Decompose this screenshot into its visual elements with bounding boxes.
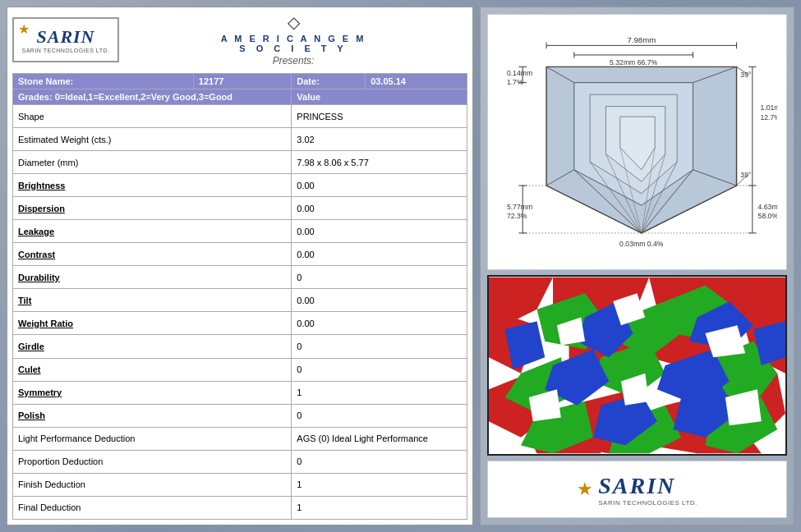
row-value: 0.00 [292, 174, 467, 197]
svg-text:39°: 39° [740, 171, 751, 179]
table-row: Diameter (mm)7.98 x 8.06 x 5.77 [13, 151, 467, 174]
table-row: Dispersion0.00 [13, 197, 467, 220]
sarin-sub-left: SARIN TECHNOLOGIES LTD. [22, 48, 110, 53]
svg-text:5.32mm 66.7%: 5.32mm 66.7% [610, 58, 658, 66]
row-label: Weight Ratio [13, 312, 292, 335]
color-pattern [487, 275, 787, 456]
row-label: Symmetry [13, 381, 292, 404]
row-value: 0.00 [292, 289, 467, 312]
svg-text:0.14mm: 0.14mm [506, 69, 532, 77]
sarin-logo-left: ★ SARIN SARIN TECHNOLOGIES LTD. [12, 17, 119, 62]
grades-header: Grades: 0=Ideal,1=Excellent,2=Very Good,… [13, 89, 292, 105]
row-value: AGS (0) Ideal Light Performance [292, 427, 467, 450]
row-label: Dispersion [13, 197, 292, 220]
table-row: Durability0 [13, 266, 467, 289]
table-row: Leakage0.00 [13, 220, 467, 243]
row-label: Girdle [13, 335, 292, 358]
sarin-logo-right: ★ SARIN SARIN TECHNOLOGIES LTD. [577, 473, 697, 507]
table-row: Culet0 [13, 358, 467, 381]
presents-text: Presents: [119, 55, 467, 66]
svg-text:12.7%: 12.7% [760, 113, 777, 122]
table-row: Light Performance DeductionAGS (0) Ideal… [13, 427, 467, 450]
svg-text:4.63mm: 4.63mm [757, 203, 776, 211]
row-value: 0 [292, 335, 467, 358]
table-row: Final Deduction1 [13, 496, 467, 519]
svg-text:0.03mm 0.4%: 0.03mm 0.4% [619, 240, 664, 248]
table-row: ShapePRINCESS [13, 105, 467, 128]
row-label: Proportion Deduction [13, 450, 292, 473]
table-row: Weight Ratio0.00 [13, 312, 467, 335]
table-row: Finish Deduction1 [13, 473, 467, 496]
pattern-svg [489, 277, 785, 454]
table-row: Symmetry1 [13, 381, 467, 404]
sarin-text-right: SARIN [598, 473, 697, 499]
diamond-icon: ◇ [119, 12, 467, 32]
svg-text:7.98mm: 7.98mm [627, 35, 656, 44]
sarin-text-left: SARIN [36, 26, 94, 48]
grades-header-row: Grades: 0=Ideal,1=Excellent,2=Very Good,… [13, 89, 467, 105]
svg-text:5.77mm: 5.77mm [506, 203, 532, 211]
data-table: Stone Name: 12177 Date: 03.05.14 Grades:… [12, 73, 467, 520]
value-header: Value [292, 89, 467, 105]
stone-name-row: Stone Name: 12177 Date: 03.05.14 [13, 74, 467, 89]
diamond-diagram: 7.98mm 5.32mm 66.7% [487, 14, 787, 270]
date-value: 03.05.14 [366, 74, 467, 89]
row-label: Contrast [13, 243, 292, 266]
row-value: 0 [292, 358, 467, 381]
table-row: Estimated Weight (cts.)3.02 [13, 128, 467, 151]
stone-name-label: Stone Name: [13, 74, 194, 89]
row-label: Final Deduction [13, 496, 292, 519]
row-value: 0 [292, 266, 467, 289]
row-value: 0.00 [292, 312, 467, 335]
right-panel: 7.98mm 5.32mm 66.7% [480, 7, 794, 525]
svg-text:72.3%: 72.3% [506, 212, 527, 220]
row-label: Estimated Weight (cts.) [13, 128, 292, 151]
row-value: 1 [292, 381, 467, 404]
table-row: Proportion Deduction0 [13, 450, 467, 473]
table-row: Brightness0.00 [13, 174, 467, 197]
stone-name-value: 12177 [193, 74, 291, 89]
row-value: 0 [292, 450, 467, 473]
row-label: Shape [13, 105, 292, 128]
header-area: ★ SARIN SARIN TECHNOLOGIES LTD. ◇ A M E … [12, 12, 467, 70]
row-label: Light Performance Deduction [13, 427, 292, 450]
row-value: 7.98 x 8.06 x 5.77 [292, 151, 467, 174]
svg-text:1.7%: 1.7% [506, 78, 522, 86]
table-row: Girdle0 [13, 335, 467, 358]
row-value: 0.00 [292, 197, 467, 220]
row-label: Diameter (mm) [13, 151, 292, 174]
table-row: Contrast0.00 [13, 243, 467, 266]
row-label: Brightness [13, 174, 292, 197]
row-value: 3.02 [292, 128, 467, 151]
bottom-logo: ★ SARIN SARIN TECHNOLOGIES LTD. [487, 461, 787, 518]
table-row: Polish0 [13, 404, 467, 427]
svg-text:39°: 39° [740, 71, 751, 79]
row-label: Leakage [13, 220, 292, 243]
star-icon: ★ [18, 21, 30, 37]
diagram-svg: 7.98mm 5.32mm 66.7% [498, 31, 777, 253]
left-panel: ★ SARIN SARIN TECHNOLOGIES LTD. ◇ A M E … [7, 7, 473, 525]
row-value: PRINCESS [292, 105, 467, 128]
ags-header: ◇ A M E R I C A N G E M S O C I E T Y Pr… [119, 12, 467, 66]
sarin-sub-right: SARIN TECHNOLOGIES LTD. [598, 499, 697, 507]
star-icon-right: ★ [577, 479, 593, 500]
ags-line2: S O C I E T Y [119, 44, 467, 53]
table-row: Tilt0.00 [13, 289, 467, 312]
row-label: Tilt [13, 289, 292, 312]
svg-text:58.0%: 58.0% [757, 212, 776, 220]
svg-text:1.01mm: 1.01mm [760, 103, 777, 112]
row-label: Polish [13, 404, 292, 427]
table-body: ShapePRINCESSEstimated Weight (cts.)3.02… [13, 105, 467, 520]
row-value: 1 [292, 496, 467, 519]
row-value: 0.00 [292, 243, 467, 266]
date-label: Date: [292, 74, 366, 89]
row-label: Culet [13, 358, 292, 381]
row-value: 1 [292, 473, 467, 496]
row-label: Durability [13, 266, 292, 289]
row-value: 0 [292, 404, 467, 427]
row-label: Finish Deduction [13, 473, 292, 496]
ags-line1: A M E R I C A N G E M [119, 34, 467, 44]
row-value: 0.00 [292, 220, 467, 243]
